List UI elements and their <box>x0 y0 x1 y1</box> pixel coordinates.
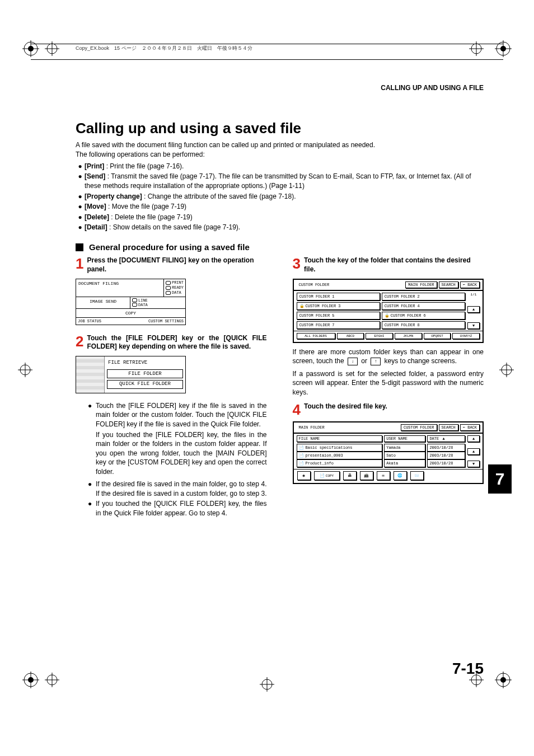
step-number-1: 1 <box>76 256 83 271</box>
alpha-tab[interactable]: UVWXYZ <box>452 333 480 339</box>
date-cell: 2003/10/28 <box>427 444 465 452</box>
operation-label: [Send] <box>85 172 105 180</box>
mode-icon-6[interactable]: 📨 <box>410 471 424 480</box>
mode-icon-2[interactable]: 🖶 <box>343 471 357 480</box>
step-number-2: 2 <box>76 334 83 349</box>
df-custom-settings: CUSTOM SETTINGS <box>147 318 185 325</box>
bullet-icon: ● <box>76 192 85 201</box>
operation-item: ●[Move] : Move the file (page 7-19) <box>76 202 484 212</box>
col-file-name[interactable]: FILE NAME <box>297 435 383 442</box>
operation-label: [Print] <box>85 162 104 170</box>
square-bullet-icon <box>76 243 83 251</box>
file-row[interactable]: 📄Product_infoAkata2003/10/28 <box>297 459 466 467</box>
bullet-icon: ● <box>76 223 85 232</box>
alpha-tab[interactable]: ABCD <box>337 333 364 339</box>
mf-back-button[interactable]: ⬅ BACK <box>460 424 480 431</box>
folder-key[interactable]: CUSTOM FOLDER 1 <box>297 293 380 300</box>
folder-name: CUSTOM FOLDER 5 <box>299 313 335 318</box>
back-button[interactable]: ⬅ BACK <box>460 281 480 288</box>
folder-name: CUSTOM FOLDER 2 <box>385 294 420 299</box>
search-button[interactable]: SEARCH <box>439 281 458 288</box>
retrieve-illustration <box>76 356 105 393</box>
folder-key[interactable]: CUSTOM FOLDER 5 <box>297 312 380 320</box>
step-number-4: 4 <box>293 402 301 417</box>
folder-key[interactable]: CUSTOM FOLDER 7 <box>297 321 380 329</box>
operation-label: [Delete] <box>85 213 109 221</box>
file-name-text: presentaion_0903 <box>306 453 343 458</box>
bullet-icon: ● <box>76 202 85 212</box>
folder-key[interactable]: 🔒CUSTOM FOLDER 3 <box>297 302 380 310</box>
main-folder-screen: MAIN FOLDER CUSTOM FOLDER SEARCH ⬅ BACK … <box>293 421 484 484</box>
mf-scroll-down-button[interactable]: ▼ <box>467 461 480 467</box>
folder-key[interactable]: 🔒CUSTOM FOLDER 6 <box>382 312 465 320</box>
folder-name: CUSTOM FOLDER 6 <box>391 313 426 318</box>
document-filing-panel: DOCUMENT FILING PRINT READY DATA IMAGE S… <box>76 279 186 325</box>
operation-item: ●[Delete] : Delete the file (page 7-19) <box>76 213 484 222</box>
down-key-icon: ↓ <box>348 358 358 365</box>
mode-icons-row: ◉ 📄COPY 🖶 📠 ✉ 🌐 📨 <box>294 469 483 483</box>
operation-label: [Property change] <box>85 192 142 200</box>
folder-name: CUSTOM FOLDER 1 <box>299 294 335 299</box>
mode-icon-4[interactable]: ✉ <box>377 471 390 480</box>
file-name-cell: 📄Basic specifications <box>297 444 383 452</box>
alpha-tab[interactable]: JKLMN <box>395 333 422 339</box>
col-date[interactable]: DATE ▲ <box>427 435 465 442</box>
df-job-status: JOB STATUS <box>76 318 147 325</box>
file-retrieve-label: FILE RETRIEVE <box>107 359 183 368</box>
user-name-cell: Yamada <box>384 444 425 452</box>
main-folder-button[interactable]: MAIN FOLDER <box>405 281 437 288</box>
operation-desc: : Delete the file (page 7-19) <box>109 213 193 221</box>
folder-key[interactable]: CUSTOM FOLDER 2 <box>382 293 465 300</box>
alpha-tab[interactable]: ALL FOLDERS <box>297 333 335 339</box>
mf-scroll-up-button[interactable]: ▲ <box>467 435 480 442</box>
operation-desc: : Print the file (page 7-16). <box>104 162 184 170</box>
df-copy: COPY <box>76 309 185 318</box>
chapter-tab: 7 <box>488 464 512 494</box>
alpha-tab[interactable]: OPQRST <box>424 333 451 339</box>
intro-line-2: The following operations can be performe… <box>76 150 484 159</box>
led-ready: READY <box>172 285 184 290</box>
section-subhead: General procedure for using a saved file <box>76 242 484 252</box>
mode-icon-3[interactable]: 📠 <box>360 471 373 480</box>
mf-title: MAIN FOLDER <box>297 425 399 430</box>
scroll-up-button[interactable]: ▲ <box>467 306 480 313</box>
operation-item: ●[Send] : Transmit the saved file (page … <box>76 172 484 191</box>
custom-folder-button[interactable]: CUSTOM FOLDER <box>401 424 437 431</box>
intro-line-1: A file saved with the document filing fu… <box>76 140 484 150</box>
quick-file-folder-button[interactable]: QUICK FILE FOLDER <box>107 380 183 389</box>
step-2-note-continuation: If you touched the [FILE FOLDER] key, th… <box>96 430 267 477</box>
file-row[interactable]: 📄Basic specificationsYamada2003/10/28 <box>297 444 466 452</box>
mode-icon-5[interactable]: 🌐 <box>394 471 407 480</box>
bullet-icon: ● <box>88 401 96 429</box>
note-text: If you touched the [QUICK FILE FOLDER] k… <box>96 499 267 518</box>
operations-list: ●[Print] : Print the file (page 7-16).●[… <box>76 162 484 233</box>
folder-key[interactable]: CUSTOM FOLDER 8 <box>382 321 465 329</box>
operation-item: ●[Property change] : Change the attribut… <box>76 192 484 201</box>
folder-name: CUSTOM FOLDER 3 <box>306 304 341 308</box>
copy-mode-icon[interactable]: 📄COPY <box>314 471 340 480</box>
scroll-down-button[interactable]: ▼ <box>467 322 480 329</box>
note-text: Touch the [FILE FOLDER] key if the file … <box>96 401 267 429</box>
bullet-icon: ● <box>76 162 85 171</box>
bullet-icon: ● <box>88 499 96 518</box>
alpha-tab[interactable]: EFGHI <box>366 333 393 339</box>
folder-name: CUSTOM FOLDER 8 <box>385 323 420 327</box>
step-2-title: Touch the [FILE FOLDER] key or the [QUIC… <box>87 334 266 351</box>
file-folder-button[interactable]: FILE FOLDER <box>107 369 183 378</box>
file-icon: 📄 <box>299 445 304 450</box>
mf-scroll-up2-button[interactable]: ▲ <box>467 448 480 455</box>
note-text: If the desired file is saved in the main… <box>96 480 267 498</box>
col-user-name[interactable]: USER NAME <box>384 435 425 442</box>
mode-icon[interactable]: ◉ <box>297 471 311 480</box>
file-name-text: Product_info <box>306 461 334 466</box>
custom-folder-screen: CUSTOM FOLDER MAIN FOLDER SEARCH ⬅ BACK … <box>293 279 484 343</box>
file-row[interactable]: 📄presentaion_0903Sato2003/10/28 <box>297 452 466 459</box>
operation-label: [Move] <box>85 203 106 210</box>
folder-key[interactable]: CUSTOM FOLDER 4 <box>382 302 465 310</box>
df-image-send: IMAGE SEND <box>76 297 130 309</box>
date-cell: 2003/10/28 <box>427 459 465 467</box>
mf-search-button[interactable]: SEARCH <box>439 424 458 431</box>
step-number-3: 3 <box>293 256 301 271</box>
operation-item: ●[Print] : Print the file (page 7-16). <box>76 162 484 171</box>
step-1-title: Press the [DOCUMENT FILING] key on the o… <box>87 256 266 274</box>
